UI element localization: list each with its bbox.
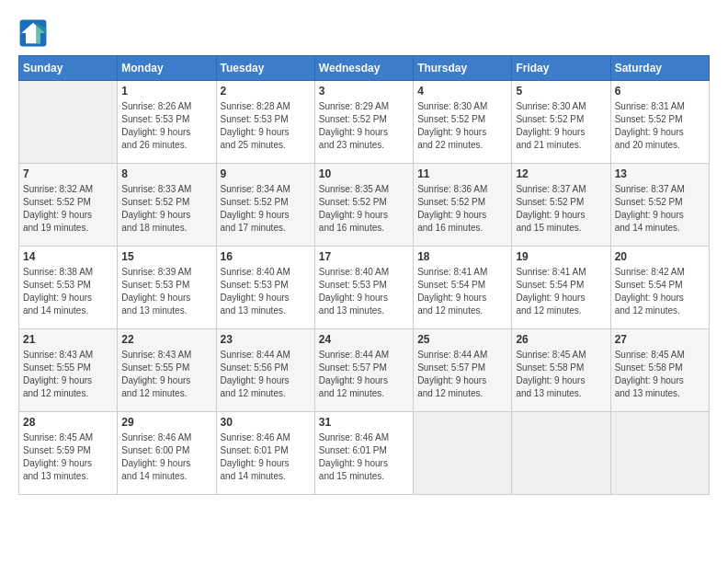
- column-header-sunday: Sunday: [19, 56, 118, 81]
- day-number: 2: [221, 85, 311, 98]
- day-info: Sunrise: 8:39 AM Sunset: 5:53 PM Dayligh…: [121, 266, 211, 317]
- day-info: Sunrise: 8:31 AM Sunset: 5:52 PM Dayligh…: [615, 100, 705, 152]
- day-info: Sunrise: 8:44 AM Sunset: 5:56 PM Dayligh…: [221, 349, 311, 400]
- calendar-cell: 3Sunrise: 8:29 AM Sunset: 5:52 PM Daylig…: [314, 81, 413, 164]
- day-number: 9: [221, 167, 311, 180]
- calendar-cell: 1Sunrise: 8:26 AM Sunset: 5:53 PM Daylig…: [118, 81, 216, 164]
- day-number: 18: [417, 250, 507, 263]
- day-info: Sunrise: 8:41 AM Sunset: 5:54 PM Dayligh…: [417, 266, 507, 317]
- calendar-cell: 20Sunrise: 8:42 AM Sunset: 5:54 PM Dayli…: [610, 247, 709, 329]
- column-header-thursday: Thursday: [414, 56, 512, 81]
- calendar-cell: 2Sunrise: 8:28 AM Sunset: 5:53 PM Daylig…: [216, 81, 314, 164]
- calendar-cell: 4Sunrise: 8:30 AM Sunset: 5:52 PM Daylig…: [414, 81, 512, 164]
- week-row-2: 7Sunrise: 8:32 AM Sunset: 5:52 PM Daylig…: [19, 164, 710, 247]
- calendar-cell: [414, 412, 512, 495]
- calendar-cell: 10Sunrise: 8:35 AM Sunset: 5:52 PM Dayli…: [314, 164, 413, 247]
- day-info: Sunrise: 8:45 AM Sunset: 5:59 PM Dayligh…: [23, 431, 113, 483]
- calendar-cell: 25Sunrise: 8:44 AM Sunset: 5:57 PM Dayli…: [414, 329, 512, 412]
- day-info: Sunrise: 8:44 AM Sunset: 5:57 PM Dayligh…: [319, 349, 409, 400]
- day-number: 21: [23, 333, 113, 346]
- calendar-cell: 17Sunrise: 8:40 AM Sunset: 5:53 PM Dayli…: [314, 247, 413, 329]
- calendar-cell: 24Sunrise: 8:44 AM Sunset: 5:57 PM Dayli…: [314, 329, 413, 412]
- day-number: 15: [121, 250, 211, 263]
- day-info: Sunrise: 8:28 AM Sunset: 5:53 PM Dayligh…: [221, 100, 311, 152]
- day-info: Sunrise: 8:46 AM Sunset: 6:01 PM Dayligh…: [319, 431, 409, 483]
- day-info: Sunrise: 8:46 AM Sunset: 6:01 PM Dayligh…: [221, 431, 311, 483]
- day-info: Sunrise: 8:34 AM Sunset: 5:52 PM Dayligh…: [221, 183, 311, 235]
- column-header-monday: Monday: [118, 56, 216, 81]
- day-info: Sunrise: 8:45 AM Sunset: 5:58 PM Dayligh…: [516, 349, 606, 400]
- calendar-table: SundayMondayTuesdayWednesdayThursdayFrid…: [18, 55, 710, 495]
- day-info: Sunrise: 8:32 AM Sunset: 5:52 PM Dayligh…: [23, 183, 113, 235]
- calendar-cell: 14Sunrise: 8:38 AM Sunset: 5:53 PM Dayli…: [19, 247, 118, 329]
- day-number: 24: [319, 333, 409, 346]
- day-info: Sunrise: 8:42 AM Sunset: 5:54 PM Dayligh…: [615, 266, 705, 317]
- day-info: Sunrise: 8:41 AM Sunset: 5:54 PM Dayligh…: [516, 266, 606, 317]
- day-number: 16: [221, 250, 311, 263]
- calendar-cell: 26Sunrise: 8:45 AM Sunset: 5:58 PM Dayli…: [512, 329, 610, 412]
- calendar-cell: 31Sunrise: 8:46 AM Sunset: 6:01 PM Dayli…: [314, 412, 413, 495]
- column-header-saturday: Saturday: [610, 56, 709, 81]
- calendar-cell: 9Sunrise: 8:34 AM Sunset: 5:52 PM Daylig…: [216, 164, 314, 247]
- day-number: 23: [221, 333, 311, 346]
- day-number: 22: [121, 333, 211, 346]
- column-header-wednesday: Wednesday: [314, 56, 413, 81]
- calendar-cell: 11Sunrise: 8:36 AM Sunset: 5:52 PM Dayli…: [414, 164, 512, 247]
- calendar-cell: 19Sunrise: 8:41 AM Sunset: 5:54 PM Dayli…: [512, 247, 610, 329]
- day-info: Sunrise: 8:37 AM Sunset: 5:52 PM Dayligh…: [615, 183, 705, 235]
- day-number: 11: [417, 167, 507, 180]
- week-row-1: 1Sunrise: 8:26 AM Sunset: 5:53 PM Daylig…: [19, 81, 710, 164]
- calendar-header-row: SundayMondayTuesdayWednesdayThursdayFrid…: [19, 56, 710, 81]
- calendar-cell: [610, 412, 709, 495]
- calendar-cell: 16Sunrise: 8:40 AM Sunset: 5:53 PM Dayli…: [216, 247, 314, 329]
- day-info: Sunrise: 8:40 AM Sunset: 5:53 PM Dayligh…: [319, 266, 409, 317]
- day-info: Sunrise: 8:40 AM Sunset: 5:53 PM Dayligh…: [221, 266, 311, 317]
- day-number: 17: [319, 250, 409, 263]
- calendar-cell: 6Sunrise: 8:31 AM Sunset: 5:52 PM Daylig…: [610, 81, 709, 164]
- day-info: Sunrise: 8:36 AM Sunset: 5:52 PM Dayligh…: [417, 183, 507, 235]
- day-number: 5: [516, 85, 606, 98]
- week-row-3: 14Sunrise: 8:38 AM Sunset: 5:53 PM Dayli…: [19, 247, 710, 329]
- calendar-cell: 28Sunrise: 8:45 AM Sunset: 5:59 PM Dayli…: [19, 412, 118, 495]
- calendar-cell: [512, 412, 610, 495]
- day-info: Sunrise: 8:46 AM Sunset: 6:00 PM Dayligh…: [121, 431, 211, 483]
- day-info: Sunrise: 8:33 AM Sunset: 5:52 PM Dayligh…: [121, 183, 211, 235]
- day-number: 31: [319, 416, 409, 429]
- day-info: Sunrise: 8:38 AM Sunset: 5:53 PM Dayligh…: [23, 266, 113, 317]
- calendar-cell: [19, 81, 118, 164]
- calendar-cell: 21Sunrise: 8:43 AM Sunset: 5:55 PM Dayli…: [19, 329, 118, 412]
- calendar-cell: 15Sunrise: 8:39 AM Sunset: 5:53 PM Dayli…: [118, 247, 216, 329]
- column-header-tuesday: Tuesday: [216, 56, 314, 81]
- page-header: [18, 18, 710, 48]
- day-info: Sunrise: 8:26 AM Sunset: 5:53 PM Dayligh…: [121, 100, 211, 152]
- day-info: Sunrise: 8:30 AM Sunset: 5:52 PM Dayligh…: [417, 100, 507, 152]
- calendar-cell: 12Sunrise: 8:37 AM Sunset: 5:52 PM Dayli…: [512, 164, 610, 247]
- calendar-cell: 7Sunrise: 8:32 AM Sunset: 5:52 PM Daylig…: [19, 164, 118, 247]
- day-info: Sunrise: 8:45 AM Sunset: 5:58 PM Dayligh…: [615, 349, 705, 400]
- day-number: 27: [615, 333, 705, 346]
- day-number: 6: [615, 85, 705, 98]
- day-number: 19: [516, 250, 606, 263]
- calendar-cell: 13Sunrise: 8:37 AM Sunset: 5:52 PM Dayli…: [610, 164, 709, 247]
- day-number: 29: [121, 416, 211, 429]
- day-number: 14: [23, 250, 113, 263]
- day-number: 13: [615, 167, 705, 180]
- day-number: 10: [319, 167, 409, 180]
- day-number: 4: [417, 85, 507, 98]
- day-info: Sunrise: 8:30 AM Sunset: 5:52 PM Dayligh…: [516, 100, 606, 152]
- day-number: 25: [417, 333, 507, 346]
- calendar-cell: 30Sunrise: 8:46 AM Sunset: 6:01 PM Dayli…: [216, 412, 314, 495]
- day-info: Sunrise: 8:43 AM Sunset: 5:55 PM Dayligh…: [23, 349, 113, 400]
- day-number: 3: [319, 85, 409, 98]
- day-info: Sunrise: 8:44 AM Sunset: 5:57 PM Dayligh…: [417, 349, 507, 400]
- logo-icon: [18, 18, 48, 48]
- day-info: Sunrise: 8:29 AM Sunset: 5:52 PM Dayligh…: [319, 100, 409, 152]
- week-row-4: 21Sunrise: 8:43 AM Sunset: 5:55 PM Dayli…: [19, 329, 710, 412]
- day-number: 20: [615, 250, 705, 263]
- calendar-body: 1Sunrise: 8:26 AM Sunset: 5:53 PM Daylig…: [19, 81, 710, 495]
- day-info: Sunrise: 8:43 AM Sunset: 5:55 PM Dayligh…: [121, 349, 211, 400]
- day-number: 26: [516, 333, 606, 346]
- day-number: 30: [221, 416, 311, 429]
- calendar-cell: 29Sunrise: 8:46 AM Sunset: 6:00 PM Dayli…: [118, 412, 216, 495]
- day-number: 7: [23, 167, 113, 180]
